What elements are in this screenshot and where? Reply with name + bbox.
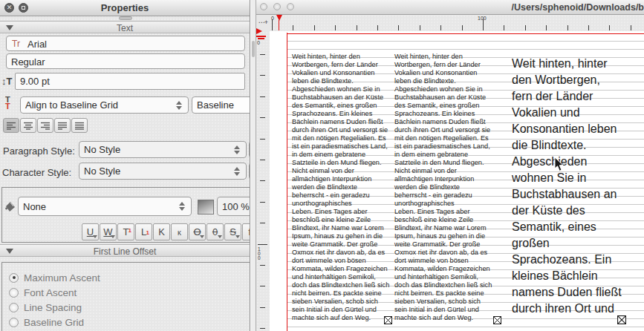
radio-icon[interactable] bbox=[9, 273, 19, 283]
font-size-field[interactable]: 9.00 pt bbox=[15, 73, 245, 90]
font-family-field[interactable]: Tr Arial bbox=[6, 36, 245, 51]
ruler-tick bbox=[314, 25, 315, 30]
zoom-traffic-light[interactable] bbox=[287, 3, 294, 10]
align-center-button[interactable] bbox=[20, 118, 36, 133]
gradient-swatch[interactable] bbox=[198, 200, 214, 214]
style-button-word-underline[interactable]: W bbox=[100, 223, 117, 240]
first-line-offset-header[interactable]: First Line Offset bbox=[0, 244, 250, 257]
mouse-cursor bbox=[554, 157, 565, 172]
section-grip[interactable] bbox=[119, 16, 132, 20]
style-button-strikethrough-o[interactable]: O bbox=[189, 223, 206, 240]
ruler-marker-icon[interactable] bbox=[256, 28, 262, 34]
overflow-marker-icon[interactable] bbox=[384, 314, 392, 322]
panel-titlebar[interactable]: Properties ✕ bbox=[0, 0, 250, 16]
align-left-button[interactable] bbox=[3, 118, 19, 133]
first-line-offset-label: First Line Offset bbox=[0, 246, 250, 257]
overflow-marker-icon[interactable] bbox=[493, 314, 501, 322]
document-titlebar[interactable]: /Users/sphenoid/Downloads/b bbox=[256, 0, 644, 15]
collapse-glyph bbox=[22, 6, 25, 10]
text-section-header[interactable]: Text bbox=[0, 21, 250, 33]
character-style-label: Character Style: bbox=[2, 167, 71, 178]
stepper-chevrons-icon[interactable] bbox=[234, 145, 241, 155]
overflow-marker-icon[interactable] bbox=[617, 314, 625, 322]
type-style-buttons: UWT1L1KᴋO0Sﬁ bbox=[82, 223, 250, 240]
ruler-tick bbox=[357, 25, 357, 30]
ruler-marker-stem bbox=[279, 20, 279, 30]
font-style-field[interactable]: Regular bbox=[6, 53, 245, 69]
close-icon[interactable]: ✕ bbox=[4, 3, 14, 13]
scrollbar-thumb[interactable] bbox=[252, 41, 255, 57]
ruler-label-100: 100 bbox=[258, 247, 263, 260]
style-button-capitals[interactable]: K bbox=[153, 223, 170, 240]
ruler-tick bbox=[258, 244, 267, 245]
radio-icon[interactable] bbox=[9, 318, 19, 327]
panel-title: Properties bbox=[0, 2, 250, 13]
minimize-traffic-light[interactable] bbox=[273, 3, 281, 10]
font-icon: Tr bbox=[12, 39, 20, 49]
stepper-chevrons-icon[interactable] bbox=[234, 166, 241, 177]
ruler-tick bbox=[546, 25, 547, 30]
stepper-chevrons-icon[interactable] bbox=[176, 100, 183, 111]
ruler-tick bbox=[260, 223, 265, 223]
text-frame-column-1[interactable]: Weit hinten, hinter den Wortbergen, fern… bbox=[292, 53, 389, 322]
ruler-marker-line bbox=[258, 38, 264, 39]
style-button-strikethrough-zero[interactable]: 0 bbox=[206, 223, 224, 240]
radio-baseline-grid[interactable]: Baseline Grid bbox=[9, 316, 84, 328]
document-window: /Users/sphenoid/Downloads/b ⋯+ 0 100 0 1… bbox=[256, 0, 644, 331]
text-frame-column-3[interactable]: Weit hinten, hinter den Wortbergen, fern… bbox=[512, 56, 622, 317]
baseline-value-field[interactable]: Baseline bbox=[192, 96, 250, 114]
ruler-tick bbox=[272, 19, 273, 30]
radio-font-ascent[interactable]: Font Ascent bbox=[9, 286, 77, 298]
style-button-subscript[interactable]: T1 bbox=[117, 223, 134, 240]
character-style-dropdown[interactable]: No Style bbox=[79, 163, 247, 180]
font-family-value: Arial bbox=[27, 39, 47, 50]
tint-field[interactable]: 100 % bbox=[217, 197, 250, 216]
style-button-small-caps[interactable]: ᴋ bbox=[171, 223, 188, 240]
radio-maximum-ascent[interactable]: Maximum Ascent bbox=[9, 272, 100, 284]
ruler-tick bbox=[260, 202, 265, 203]
align-force-justify-button[interactable] bbox=[71, 118, 88, 133]
style-button-strikethrough-s[interactable]: S bbox=[224, 223, 241, 240]
ruler-tick bbox=[260, 286, 265, 286]
baseline-grid-dropdown[interactable]: Align to Baseline Grid bbox=[20, 96, 189, 114]
ruler-tick bbox=[260, 180, 265, 181]
stepper-chevrons-icon[interactable] bbox=[179, 201, 186, 212]
ruler-marker-icon[interactable] bbox=[276, 15, 282, 21]
font-style-value: Regular bbox=[11, 56, 45, 68]
ruler-tick bbox=[440, 25, 441, 30]
radio-icon[interactable] bbox=[9, 288, 19, 298]
paragraph-style-value: No Style bbox=[84, 144, 120, 155]
clipped-field bbox=[249, 141, 250, 158]
ruler-label-0: 0 bbox=[257, 40, 260, 45]
collapse-icon[interactable] bbox=[19, 3, 28, 13]
align-right-button[interactable] bbox=[37, 118, 53, 133]
paragraph-style-label: Paragraph Style: bbox=[3, 145, 75, 157]
text-frame-column-2[interactable]: Weit hinten, hinter den Wortbergen, fern… bbox=[394, 53, 492, 322]
ruler-tick bbox=[483, 19, 484, 30]
radio-label: Font Ascent bbox=[24, 287, 77, 298]
ruler-tick bbox=[609, 25, 610, 30]
radio-label: Line Spacing bbox=[24, 302, 82, 313]
ruler-tick bbox=[420, 25, 420, 30]
style-button-clipped-button[interactable]: ﬁ bbox=[242, 223, 250, 240]
style-button-underline[interactable]: U bbox=[82, 223, 99, 240]
ruler-tick bbox=[525, 25, 526, 30]
document-page[interactable]: Weit hinten, hinter den Wortbergen, fern… bbox=[270, 31, 644, 331]
close-traffic-light[interactable] bbox=[260, 3, 267, 10]
ruler-tick bbox=[260, 117, 265, 118]
radio-icon[interactable] bbox=[9, 303, 19, 312]
ruler-tick bbox=[567, 25, 568, 30]
style-button-superscript[interactable]: L1 bbox=[135, 223, 152, 240]
radio-line-spacing[interactable]: Line Spacing bbox=[9, 301, 82, 313]
font-size-icon: ↕T bbox=[1, 76, 12, 87]
horizontal-ruler: 0 100 bbox=[270, 15, 644, 31]
ruler-tick bbox=[260, 307, 265, 308]
paragraph-style-dropdown[interactable]: No Style bbox=[79, 141, 247, 158]
ruler-tick bbox=[260, 160, 265, 160]
line-spacing-icon: TT bbox=[5, 96, 10, 110]
vertical-ruler: 0 100 bbox=[256, 31, 270, 331]
ruler-tick bbox=[588, 25, 589, 30]
align-justify-button[interactable] bbox=[54, 118, 71, 133]
ruler-tick bbox=[260, 96, 265, 97]
fill-color-dropdown[interactable]: None bbox=[18, 197, 192, 216]
